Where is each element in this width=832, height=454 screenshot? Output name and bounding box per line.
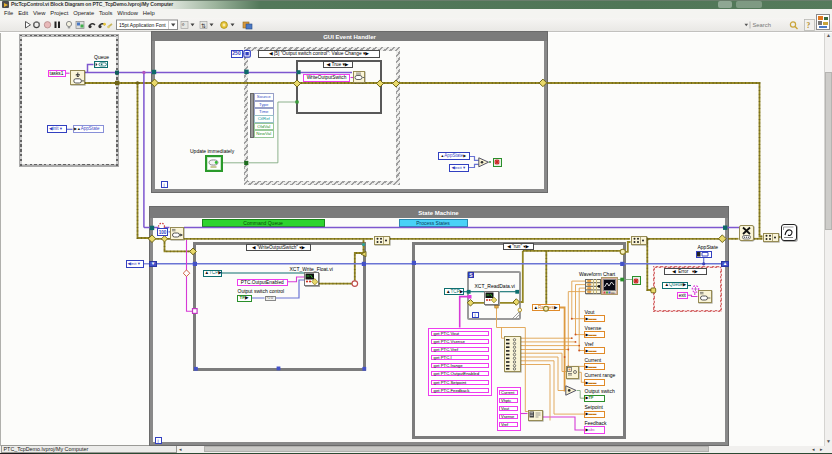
svg-text:uu: uu [611, 291, 615, 294]
